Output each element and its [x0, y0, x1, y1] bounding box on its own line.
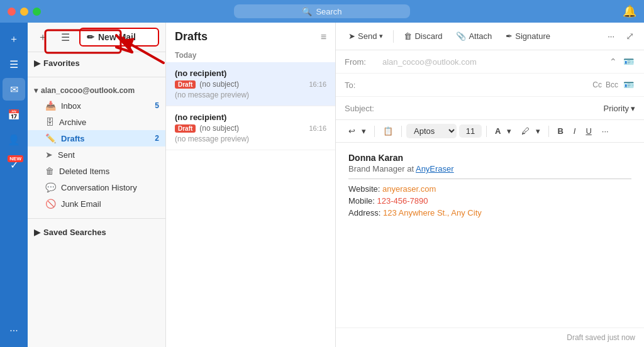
italic-button[interactable]: I: [570, 124, 580, 138]
new-mail-button[interactable]: ✏ New Mail: [79, 28, 159, 47]
bold-button[interactable]: B: [553, 124, 567, 138]
saved-searches-label: Saved Searches: [43, 228, 106, 237]
maximize-button[interactable]: [33, 8, 41, 16]
undo-button[interactable]: ↩: [345, 124, 359, 138]
sidebar-header: ＋ ☰ ✏ New Mail: [28, 23, 165, 52]
draft-badge-2: Draft: [175, 124, 196, 133]
chevron-right-icon-2: ▶: [34, 228, 40, 237]
rail-menu-button[interactable]: ☰: [3, 53, 25, 75]
rail-more-button[interactable]: ···: [3, 319, 25, 342]
signature-title: Brand Manager at AnyEraser: [348, 164, 631, 174]
from-field: From: alan_cocoo@outlook.com ⌃ 🪪: [336, 50, 644, 74]
address-link[interactable]: 123 Anywhere St., Any City: [383, 208, 482, 218]
email-meta-2: Draft (no subject) 16:16: [175, 124, 326, 133]
drafts-badge: 2: [155, 134, 159, 143]
attach-label: Attach: [469, 31, 492, 41]
junk-icon: 🚫: [45, 199, 56, 209]
rail-people-button[interactable]: 👤: [3, 128, 25, 151]
sidebar-menu-button[interactable]: ☰: [57, 28, 74, 46]
history-icon: 💬: [45, 182, 56, 192]
discard-button[interactable]: 🗑 Discard: [399, 29, 447, 43]
window-controls: [8, 8, 41, 16]
email-list-header: Drafts ≡: [166, 23, 335, 48]
email-list-title: Drafts: [175, 30, 208, 43]
to-photo-button[interactable]: 🪪: [622, 79, 635, 91]
website-link[interactable]: anyeraser.com: [382, 184, 436, 194]
attach-button[interactable]: 📎 Attach: [451, 29, 497, 43]
notification-icon[interactable]: 🔔: [623, 4, 636, 18]
email-item-1[interactable]: (no recipient) Draft (no subject) 16:16 …: [166, 62, 335, 106]
signature-company-link[interactable]: AnyEraser: [416, 164, 454, 174]
sidebar-item-archive[interactable]: 🗄 Archive: [28, 114, 165, 130]
signature-divider: [348, 179, 631, 179]
highlight-chevron-button[interactable]: ▾: [536, 124, 544, 138]
search-icon: 🔍: [302, 7, 312, 16]
priority-button[interactable]: Priority ▾: [604, 104, 635, 113]
email-list: Drafts ≡ Today (no recipient) Draft (no …: [166, 23, 336, 347]
send-button[interactable]: ➤ Send ▾: [343, 29, 388, 43]
sidebar-item-inbox[interactable]: 📥 Inbox 5: [28, 97, 165, 114]
email-date-group: Today: [166, 48, 335, 62]
minimize-button[interactable]: [20, 8, 28, 16]
compose-icon: ✏: [87, 32, 94, 42]
highlight-button[interactable]: 🖊: [518, 124, 533, 138]
close-button[interactable]: [8, 8, 16, 16]
sidebar-plus-button[interactable]: ＋: [34, 28, 52, 46]
mobile-label: Mobile:: [348, 196, 375, 206]
sidebar-item-history[interactable]: 💬 Conversation History: [28, 179, 165, 196]
draft-status: Draft saved just now: [567, 333, 635, 342]
font-select[interactable]: Aptos: [406, 124, 457, 138]
more-button[interactable]: ···: [602, 29, 619, 43]
undo-chevron-button[interactable]: ▾: [362, 124, 370, 138]
cc-button[interactable]: Cc: [592, 80, 602, 89]
inbox-icon: 📥: [45, 101, 56, 111]
font-color-chevron-button[interactable]: ▾: [507, 124, 515, 138]
mobile-link[interactable]: 123-456-7890: [377, 196, 428, 206]
account-email: alan_cocoo@outlook.com: [41, 86, 135, 95]
rail-calendar-button[interactable]: 📅: [3, 103, 25, 126]
more-label: ···: [608, 31, 614, 41]
signature-label: Signature: [515, 31, 550, 41]
expand-button[interactable]: ⤢: [623, 28, 636, 45]
from-photo-button[interactable]: 🪪: [622, 55, 635, 68]
email-item-2[interactable]: (no recipient) Draft (no subject) 16:16 …: [166, 106, 335, 150]
email-preview-1: (no message preview): [175, 91, 326, 99]
deleted-label: Deleted Items: [59, 167, 109, 176]
discard-label: Discard: [414, 31, 442, 41]
rail-tasks-button[interactable]: ✓ NEW: [3, 153, 25, 176]
account-item[interactable]: ▾ alan_cocoo@outlook.com: [28, 84, 165, 97]
clipboard-button[interactable]: 📋: [379, 124, 397, 138]
email-time-1: 16:16: [309, 80, 326, 88]
chevron-down-icon: ▾: [34, 86, 38, 95]
to-field[interactable]: To: Cc Bcc 🪪: [336, 74, 644, 97]
filter-icon[interactable]: ≡: [321, 31, 326, 43]
search-bar[interactable]: 🔍 Search: [234, 4, 410, 18]
font-size-input[interactable]: [459, 124, 482, 138]
underline-button[interactable]: U: [582, 124, 595, 138]
favorites-header[interactable]: ▶ Favorites: [28, 56, 165, 70]
format-divider-3: [486, 126, 487, 137]
sidebar-item-sent[interactable]: ➤ Sent: [28, 146, 165, 163]
subject-field[interactable]: Subject: Priority ▾: [336, 97, 644, 119]
compose-body[interactable]: Donna Karan Brand Manager at AnyEraser W…: [336, 143, 644, 328]
email-preview-2: (no message preview): [175, 135, 326, 143]
email-subject-1: (no subject): [199, 80, 239, 89]
deleted-icon: 🗑: [45, 166, 54, 176]
account-section: ▾ alan_cocoo@outlook.com 📥 Inbox 5 🗄 Arc…: [28, 80, 165, 216]
icon-rail: ＋ ☰ ✉ 📅 👤 ✓ NEW ···: [0, 23, 28, 347]
format-more-button[interactable]: ···: [598, 124, 613, 138]
inbox-label: Inbox: [61, 101, 81, 111]
signature-button[interactable]: ✒ Signature: [501, 29, 555, 43]
sidebar-item-junk[interactable]: 🚫 Junk Email: [28, 196, 165, 212]
chevron-right-icon: ▶: [34, 58, 40, 68]
archive-label: Archive: [59, 118, 86, 127]
rail-mail-button[interactable]: ✉: [3, 78, 25, 101]
from-up-button[interactable]: ⌃: [608, 55, 618, 68]
sidebar-item-drafts[interactable]: ✏️ Drafts 2: [28, 130, 165, 146]
font-color-button[interactable]: A: [491, 124, 504, 138]
new-badge: NEW: [8, 155, 23, 162]
bcc-button[interactable]: Bcc: [606, 80, 618, 89]
saved-searches-header[interactable]: ▶ Saved Searches: [28, 225, 165, 240]
sidebar-item-deleted[interactable]: 🗑 Deleted Items: [28, 163, 165, 179]
rail-new-button[interactable]: ＋: [3, 28, 25, 50]
